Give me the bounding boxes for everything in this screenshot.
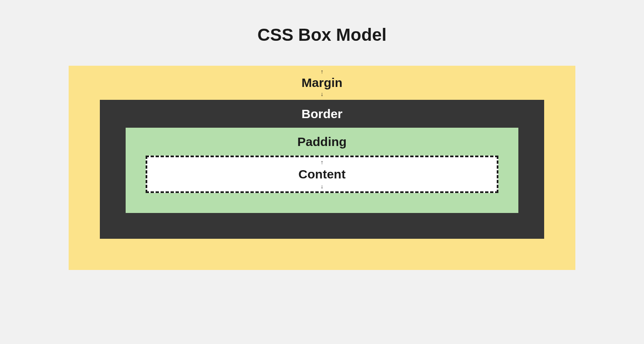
border-layer: Border Padding ↑ Content ↓ <box>100 100 544 239</box>
padding-layer: Padding ↑ Content ↓ <box>126 128 518 213</box>
border-label: Border <box>302 107 342 121</box>
content-label: Content <box>298 167 345 181</box>
margin-label: Margin <box>302 76 342 90</box>
margin-layer: ↑ Margin ↓ Border Padding ↑ Content <box>69 66 575 270</box>
padding-label-container: Padding <box>146 128 498 156</box>
content-layer: ↑ Content ↓ <box>146 156 498 193</box>
margin-label-container: ↑ Margin ↓ <box>100 66 544 100</box>
arrow-up-icon: ↑ <box>321 68 324 75</box>
diagram-container: CSS Box Model ↑ Margin ↓ Border Padding <box>0 0 644 270</box>
arrow-down-icon: ↓ <box>321 91 324 97</box>
arrow-down-icon: ↓ <box>321 183 324 190</box>
padding-label: Padding <box>297 135 347 149</box>
arrow-up-icon: ↑ <box>321 159 324 166</box>
diagram-title: CSS Box Model <box>258 25 386 45</box>
box-model-diagram: ↑ Margin ↓ Border Padding ↑ Content <box>69 66 575 270</box>
border-label-container: Border <box>126 100 518 128</box>
